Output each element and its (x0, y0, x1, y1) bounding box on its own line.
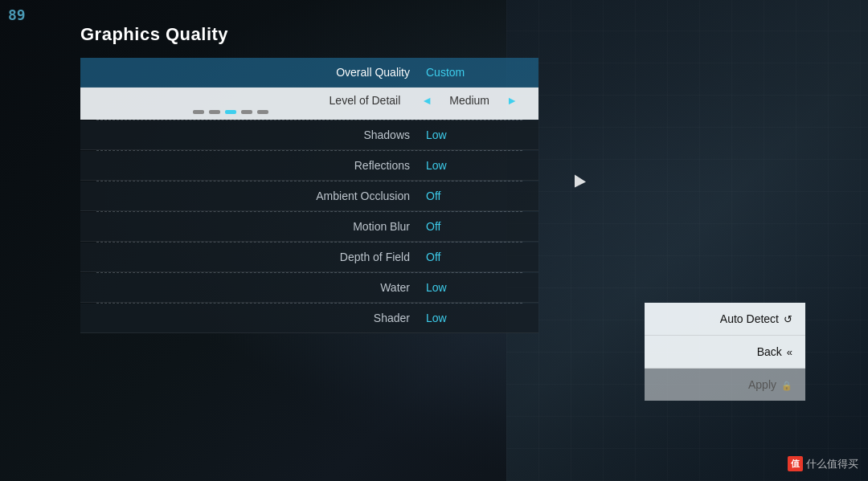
apply-button[interactable]: Apply (645, 369, 805, 401)
lod-slider (96, 110, 522, 114)
watermark-logo: 值 (788, 456, 803, 471)
depth-of-field-label: Depth of Field (96, 251, 426, 263)
overall-quality-label: Overall Quality (96, 66, 426, 79)
refresh-icon (784, 312, 792, 325)
settings-list: Overall Quality Custom Level of Detail ◄… (80, 58, 538, 333)
lod-arrow-right[interactable]: ► (502, 94, 522, 107)
reflections-row[interactable]: Reflections Low (80, 151, 538, 181)
auto-detect-label: Auto Detect (720, 312, 779, 325)
back-button[interactable]: Back (645, 336, 805, 369)
motion-blur-label: Motion Blur (96, 220, 426, 233)
apply-label: Apply (748, 378, 776, 391)
ambient-occlusion-value: Off (426, 190, 522, 202)
shader-value: Low (426, 312, 522, 324)
level-of-detail-row[interactable]: Level of Detail ◄ Medium ► (80, 88, 538, 120)
slider-dot-4 (241, 110, 252, 114)
watermark: 值 什么值得买 (788, 456, 858, 471)
cursor-pointer (575, 174, 586, 188)
slider-dot-2 (209, 110, 220, 114)
slider-dot-5 (257, 110, 268, 114)
reflections-value: Low (426, 159, 522, 172)
graphics-quality-panel: Graphics Quality Overall Quality Custom … (80, 24, 538, 333)
action-buttons-panel: Auto Detect Back Apply (645, 303, 805, 401)
shadows-row[interactable]: Shadows Low (80, 120, 538, 150)
ambient-occlusion-row[interactable]: Ambient Occlusion Off (80, 181, 538, 211)
auto-detect-button[interactable]: Auto Detect (645, 303, 805, 336)
reflections-label: Reflections (96, 159, 426, 172)
shader-label: Shader (96, 312, 426, 324)
slider-dot-1 (193, 110, 204, 114)
water-label: Water (96, 281, 426, 294)
level-of-detail-value: Medium (437, 94, 502, 107)
slider-dot-3 (225, 110, 236, 114)
shadows-value: Low (426, 128, 522, 141)
overall-quality-row[interactable]: Overall Quality Custom (80, 58, 538, 88)
counter-display: 89 (8, 6, 26, 23)
lod-arrow-left[interactable]: ◄ (416, 94, 437, 107)
level-of-detail-label: Level of Detail (96, 94, 416, 107)
depth-of-field-value: Off (426, 251, 522, 263)
watermark-text: 什么值得买 (806, 457, 858, 471)
background-right (506, 0, 868, 481)
shader-row[interactable]: Shader Low (80, 304, 538, 333)
depth-of-field-row[interactable]: Depth of Field Off (80, 243, 538, 272)
back-label: Back (757, 345, 782, 358)
shadows-label: Shadows (96, 128, 426, 141)
water-value: Low (426, 281, 522, 294)
page-title: Graphics Quality (80, 24, 538, 45)
back-icon (787, 345, 792, 358)
motion-blur-row[interactable]: Motion Blur Off (80, 212, 538, 242)
overall-quality-value: Custom (426, 66, 522, 79)
ambient-occlusion-label: Ambient Occlusion (96, 190, 426, 202)
water-row[interactable]: Water Low (80, 273, 538, 303)
motion-blur-value: Off (426, 220, 522, 233)
lock-icon (781, 378, 792, 391)
